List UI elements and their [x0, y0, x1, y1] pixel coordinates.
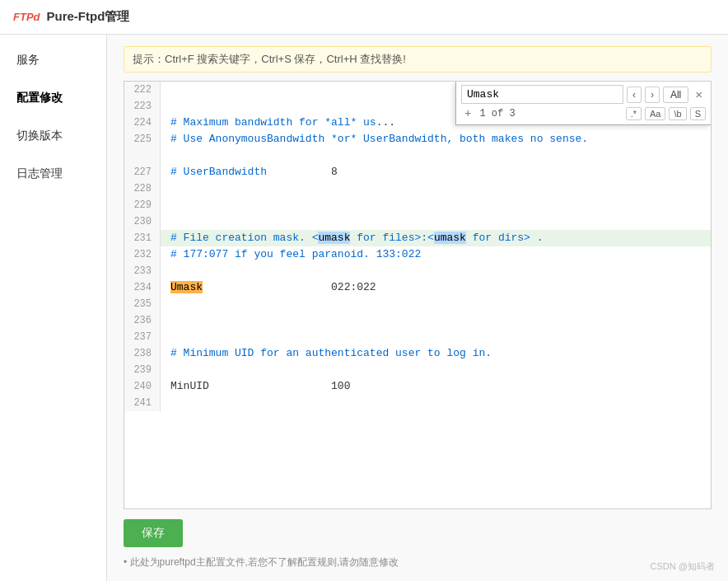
line-number: 235	[124, 296, 161, 312]
line-content	[161, 312, 170, 329]
line-content	[161, 197, 170, 213]
sidebar-item-config[interactable]: 配置修改	[0, 81, 106, 115]
line-content	[161, 148, 170, 164]
logo: FTPd	[13, 11, 40, 23]
table-row: 235	[124, 296, 711, 312]
line-content	[161, 263, 170, 279]
table-row: 241	[124, 395, 711, 411]
line-content: # File creation mask. <umask for files>:…	[161, 230, 544, 246]
footer-note: 此处为pureftpd主配置文件,若您不了解配置规则,请勿随意修改	[124, 555, 712, 569]
sidebar-item-logs[interactable]: 日志管理	[0, 157, 106, 191]
search-case-button[interactable]: Aa	[645, 107, 665, 120]
line-content: Umask 022:022	[161, 279, 376, 296]
search-word-button[interactable]: \b	[669, 107, 686, 120]
line-number: 236	[124, 312, 161, 329]
search-input[interactable]	[461, 85, 623, 104]
code-area: 222 223 224 # Maximum bandwidth for *all…	[124, 82, 711, 411]
line-number: 232	[124, 246, 161, 263]
line-number: 241	[124, 395, 161, 411]
search-expand-icon[interactable]: +	[461, 106, 474, 121]
line-content: # Use AnonymousBandwidth *or* UserBandwi…	[161, 131, 588, 148]
line-content: MinUID 100	[161, 378, 350, 395]
line-content	[161, 98, 170, 115]
line-number: 222	[124, 82, 161, 98]
save-button[interactable]: 保存	[124, 519, 183, 547]
line-content	[161, 296, 170, 312]
sidebar-item-version[interactable]: 切换版本	[0, 119, 106, 153]
line-content	[161, 362, 170, 378]
editor-container[interactable]: ‹ › All × + 1 of 3 .* Aa \b S	[124, 81, 712, 509]
main-layout: 服务 配置修改 切换版本 日志管理 提示：Ctrl+F 搜索关键字，Ctrl+S…	[0, 35, 728, 581]
search-prev-button[interactable]: ‹	[627, 87, 642, 103]
table-row: 228	[124, 180, 711, 197]
line-number	[124, 148, 161, 164]
line-content: # Minimum UID for an authenticated user …	[161, 345, 492, 362]
search-count: 1 of 3	[479, 108, 515, 119]
search-regex-button[interactable]: .*	[626, 107, 642, 120]
line-number: 229	[124, 197, 161, 213]
line-number: 240	[124, 378, 161, 395]
line-number: 234	[124, 279, 161, 296]
line-content	[161, 213, 170, 230]
sidebar: 服务 配置修改 切换版本 日志管理	[0, 35, 107, 581]
table-row: 229	[124, 197, 711, 213]
search-options: .* Aa \b S	[626, 107, 706, 120]
line-number: 227	[124, 164, 161, 180]
table-row: 225 # Use AnonymousBandwidth *or* UserBa…	[124, 131, 711, 148]
table-row: 240 MinUID 100	[124, 378, 711, 395]
line-number: 225	[124, 131, 161, 148]
line-content: # UserBandwidth 8	[161, 164, 338, 180]
page-title: Pure-Ftpd管理	[47, 9, 130, 25]
table-row: 238 # Minimum UID for an authenticated u…	[124, 345, 711, 362]
table-row	[124, 148, 711, 164]
table-row: 231 # File creation mask. <umask for fil…	[124, 230, 711, 246]
table-row: 234 Umask 022:022	[124, 279, 711, 296]
line-content	[161, 395, 170, 411]
header: FTPd Pure-Ftpd管理	[0, 0, 728, 35]
line-number: 239	[124, 362, 161, 378]
line-number: 224	[124, 115, 161, 131]
line-content	[161, 82, 170, 98]
line-content	[161, 180, 170, 197]
line-number: 237	[124, 329, 161, 345]
table-row: 233	[124, 263, 711, 279]
search-row2: + 1 of 3 .* Aa \b S	[461, 106, 706, 121]
table-row: 227 # UserBandwidth 8	[124, 164, 711, 180]
line-content: # Maximum bandwidth for *all* us...	[161, 115, 395, 131]
table-row: 237	[124, 329, 711, 345]
table-row: 232 # 177:077 if you feel paranoid. 133:…	[124, 246, 711, 263]
table-row: 239	[124, 362, 711, 378]
search-s-button[interactable]: S	[690, 107, 706, 120]
content-area: 提示：Ctrl+F 搜索关键字，Ctrl+S 保存，Ctrl+H 查找替换! ‹…	[107, 35, 728, 581]
table-row: 236	[124, 312, 711, 329]
search-next-button[interactable]: ›	[645, 87, 660, 103]
watermark: CSDN @知码者	[651, 560, 715, 573]
sidebar-item-service[interactable]: 服务	[0, 43, 106, 77]
line-number: 233	[124, 263, 161, 279]
line-number: 230	[124, 213, 161, 230]
line-content	[161, 329, 170, 345]
line-number: 223	[124, 98, 161, 115]
search-close-button[interactable]: ×	[692, 87, 706, 101]
hint-bar: 提示：Ctrl+F 搜索关键字，Ctrl+S 保存，Ctrl+H 查找替换!	[124, 46, 712, 73]
search-row1: ‹ › All ×	[461, 85, 706, 104]
line-number: 238	[124, 345, 161, 362]
line-content: # 177:077 if you feel paranoid. 133:022	[161, 246, 421, 263]
line-number: 231	[124, 230, 161, 246]
line-number: 228	[124, 180, 161, 197]
table-row: 230	[124, 213, 711, 230]
search-box: ‹ › All × + 1 of 3 .* Aa \b S	[455, 82, 711, 125]
search-all-button[interactable]: All	[663, 87, 688, 103]
